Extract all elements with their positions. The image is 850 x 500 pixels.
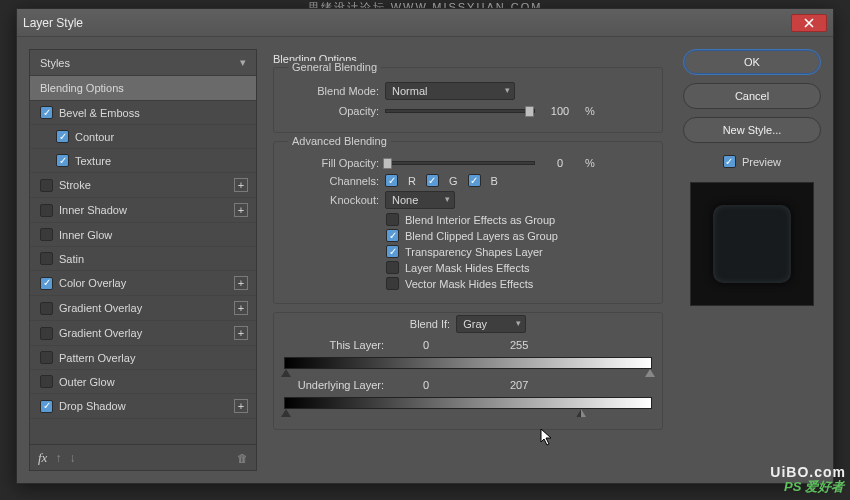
slider-thumb-icon[interactable] [383,158,392,169]
close-button[interactable] [791,14,827,32]
checkbox-icon[interactable] [386,245,399,258]
action-column: OK Cancel New Style... Preview [683,49,821,471]
style-gradient-overlay-1[interactable]: Gradient Overlay + [30,296,256,321]
watermark-right: PS 爱好者 [784,478,844,496]
checkbox-icon[interactable] [40,204,53,217]
checkbox-icon[interactable] [386,261,399,274]
opacity-slider[interactable] [385,109,535,113]
new-style-button[interactable]: New Style... [683,117,821,143]
style-gradient-overlay-2[interactable]: Gradient Overlay + [30,321,256,346]
underlying-high: 207 [494,379,544,391]
gradient-stop-split-icon[interactable] [576,409,586,417]
style-outer-glow[interactable]: Outer Glow [30,370,256,394]
fill-opacity-value[interactable]: 0 [541,156,579,170]
underlying-low: 0 [401,379,451,391]
style-blending-options[interactable]: Blending Options [30,76,256,101]
style-inner-glow[interactable]: Inner Glow [30,223,256,247]
preview-swatch [690,182,814,306]
cancel-button[interactable]: Cancel [683,83,821,109]
arrow-up-icon[interactable]: ↑ [55,451,61,465]
gradient-stop-icon[interactable] [645,369,655,377]
add-icon[interactable]: + [234,399,248,413]
channel-b-label: B [491,175,498,187]
channel-g-checkbox[interactable] [426,174,439,187]
add-icon[interactable]: + [234,301,248,315]
checkbox-icon[interactable] [40,327,53,340]
arrow-down-icon[interactable]: ↓ [69,451,75,465]
style-drop-shadow[interactable]: Drop Shadow + [30,394,256,419]
opacity-label: Opacity: [284,105,379,117]
style-bevel-emboss[interactable]: Bevel & Emboss [30,101,256,125]
channel-g-label: G [449,175,458,187]
styles-header[interactable]: Styles ▾ [30,50,256,76]
preview-checkbox[interactable] [723,155,736,168]
knockout-select[interactable]: None [385,191,455,209]
checkbox-icon[interactable] [40,228,53,241]
checkbox-icon[interactable] [40,302,53,315]
gradient-stop-icon[interactable] [281,409,291,417]
options-panel: Blending Options General Blending Blend … [269,49,671,471]
style-label: Satin [59,253,248,265]
underlying-gradient[interactable] [284,397,652,409]
style-texture[interactable]: Texture [30,149,256,173]
slider-thumb-icon[interactable] [525,106,534,117]
trash-icon[interactable]: 🗑 [237,452,248,464]
this-layer-label: This Layer: [284,339,384,351]
add-icon[interactable]: + [234,276,248,290]
style-pattern-overlay[interactable]: Pattern Overlay [30,346,256,370]
style-satin[interactable]: Satin [30,247,256,271]
add-icon[interactable]: + [234,203,248,217]
blend-mode-select[interactable]: Normal [385,82,515,100]
channel-r-label: R [408,175,416,187]
blend-if-group: Blend If: Gray This Layer: 0 255 Underly… [273,312,663,430]
select-value: None [392,194,418,206]
titlebar: Layer Style [17,9,833,37]
checkbox-icon[interactable] [386,277,399,290]
fill-opacity-slider[interactable] [385,161,535,165]
checkbox-icon[interactable] [40,106,53,119]
channels-label: Channels: [284,175,379,187]
select-value: Gray [463,318,487,330]
checkbox-icon[interactable] [56,154,69,167]
style-label: Texture [75,155,248,167]
layer-style-dialog: Layer Style Styles ▾ Blending Options Be… [16,8,834,484]
checkbox-icon[interactable] [40,351,53,364]
fill-opacity-label: Fill Opacity: [284,157,379,169]
style-label: Gradient Overlay [59,327,228,339]
style-stroke[interactable]: Stroke + [30,173,256,198]
channel-r-checkbox[interactable] [385,174,398,187]
checkbox-icon[interactable] [40,400,53,413]
fx-icon[interactable]: fx [38,450,47,466]
blend-if-select[interactable]: Gray [456,315,526,333]
checkbox-icon[interactable] [40,252,53,265]
style-label: Outer Glow [59,376,248,388]
style-label: Color Overlay [59,277,228,289]
checkbox-icon[interactable] [40,277,53,290]
checkbox-icon[interactable] [386,213,399,226]
ok-button[interactable]: OK [683,49,821,75]
style-color-overlay[interactable]: Color Overlay + [30,271,256,296]
opt-vector-mask-label: Vector Mask Hides Effects [405,278,533,290]
styles-sidebar: Styles ▾ Blending Options Bevel & Emboss… [29,49,257,471]
opt-layer-mask-label: Layer Mask Hides Effects [405,262,530,274]
knockout-label: Knockout: [284,194,379,206]
checkbox-icon[interactable] [56,130,69,143]
opacity-value[interactable]: 100 [541,104,579,118]
dialog-title: Layer Style [23,16,83,30]
channel-b-checkbox[interactable] [468,174,481,187]
this-layer-gradient[interactable] [284,357,652,369]
checkbox-icon[interactable] [40,375,53,388]
preview-label: Preview [742,156,781,168]
add-icon[interactable]: + [234,178,248,192]
style-label: Pattern Overlay [59,352,248,364]
add-icon[interactable]: + [234,326,248,340]
checkbox-icon[interactable] [386,229,399,242]
advanced-blending-group: Advanced Blending Fill Opacity: 0 % Chan… [273,141,663,304]
opt-clipped-label: Blend Clipped Layers as Group [405,230,558,242]
watermark-bottom: UiBO.com [770,464,846,480]
fill-opacity-unit: % [585,157,595,169]
gradient-stop-icon[interactable] [281,369,291,377]
style-inner-shadow[interactable]: Inner Shadow + [30,198,256,223]
style-contour[interactable]: Contour [30,125,256,149]
checkbox-icon[interactable] [40,179,53,192]
